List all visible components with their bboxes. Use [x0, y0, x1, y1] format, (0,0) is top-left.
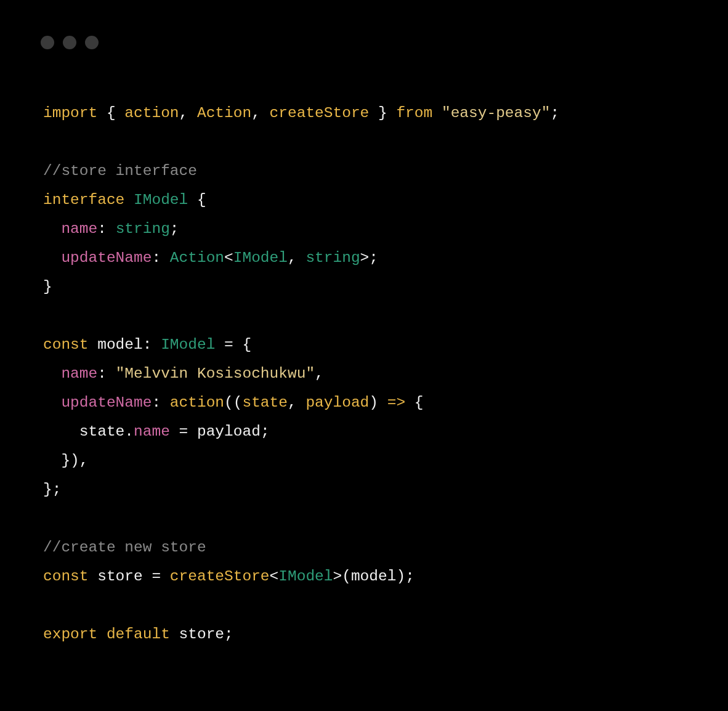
string-literal: "Melvvin Kosisochukwu" — [116, 365, 315, 382]
function-call: action — [170, 394, 224, 411]
code-line-13: }), — [43, 452, 89, 469]
traffic-light-maximize-icon[interactable] — [85, 36, 99, 49]
property-access: name — [134, 423, 170, 440]
type-name: IModel — [278, 568, 333, 585]
type-name: IModel — [134, 192, 188, 208]
identifier: store — [179, 626, 225, 643]
identifier: store — [97, 568, 143, 585]
type-name: Action — [170, 250, 224, 266]
traffic-light-close-icon[interactable] — [41, 36, 54, 49]
identifier: payload — [197, 423, 261, 440]
type-name: string — [116, 221, 170, 237]
keyword-export: export — [43, 626, 97, 643]
code-line-1: import { action, Action, createStore } f… — [43, 105, 559, 121]
keyword-const: const — [43, 336, 89, 353]
code-line-19: export default store; — [43, 626, 233, 643]
code-line-7: } — [43, 278, 52, 295]
property-key: name — [61, 221, 97, 237]
code-line-10: name: "Melvvin Kosisochukwu", — [43, 365, 324, 382]
type-name: string — [305, 250, 360, 266]
parameter: state — [242, 394, 288, 411]
keyword-interface: interface — [43, 192, 124, 208]
code-line-6: updateName: Action<IModel, string>; — [43, 250, 378, 266]
comment: //create new store — [43, 539, 206, 556]
code-line-17: const store = createStore<IModel>(model)… — [43, 568, 415, 585]
code-line-16: //create new store — [43, 539, 206, 556]
keyword-import: import — [43, 105, 97, 121]
code-line-5: name: string; — [43, 221, 179, 237]
code-line-11: updateName: action((state, payload) => { — [43, 394, 424, 411]
comment: //store interface — [43, 163, 197, 179]
identifier: model — [351, 568, 397, 585]
type-name: IModel — [233, 250, 288, 266]
function-call: createStore — [170, 568, 270, 585]
code-editor[interactable]: import { action, Action, createStore } f… — [0, 49, 728, 649]
type-name: IModel — [161, 336, 215, 353]
property-key: updateName — [61, 250, 152, 266]
identifier: model — [97, 336, 143, 353]
code-line-9: const model: IModel = { — [43, 336, 251, 353]
identifier: state — [79, 423, 125, 440]
keyword-from: from — [396, 105, 432, 121]
window-titlebar — [0, 0, 728, 49]
code-line-3: //store interface — [43, 163, 197, 179]
property-key: updateName — [61, 394, 152, 411]
code-line-12: state.name = payload; — [43, 423, 270, 440]
editor-window: import { action, Action, createStore } f… — [0, 0, 728, 711]
code-line-4: interface IModel { — [43, 192, 206, 208]
keyword-default: default — [107, 626, 170, 643]
keyword-const: const — [43, 568, 89, 585]
arrow: => — [387, 394, 405, 411]
parameter: payload — [305, 394, 369, 411]
string-literal: "easy-peasy" — [442, 105, 550, 121]
traffic-light-minimize-icon[interactable] — [63, 36, 76, 49]
code-line-14: }; — [43, 481, 61, 498]
property-key: name — [61, 365, 97, 382]
